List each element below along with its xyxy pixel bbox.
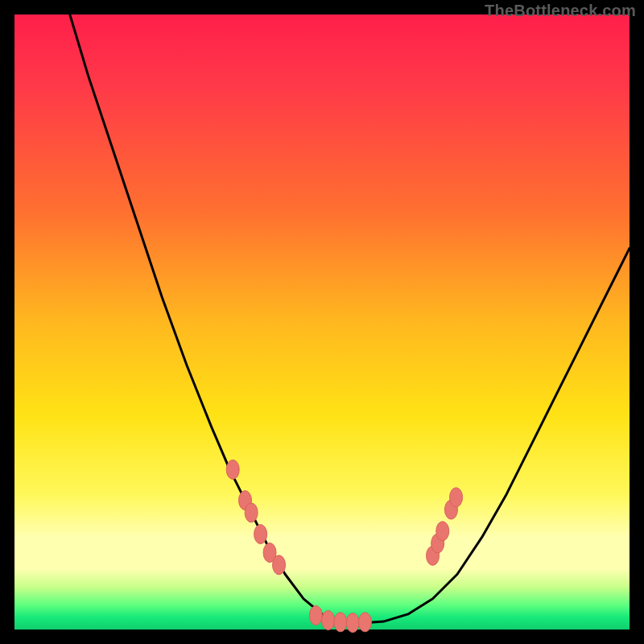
curve-marker <box>309 605 322 625</box>
curve-marker <box>273 555 286 575</box>
bottleneck-curve <box>70 14 630 623</box>
watermark-text: TheBottleneck.com <box>485 2 636 20</box>
curve-markers <box>226 460 462 632</box>
curve-marker <box>334 613 347 632</box>
plot-area <box>14 14 630 630</box>
curve-marker <box>245 503 258 522</box>
curve-marker <box>358 613 371 632</box>
curve-marker <box>322 611 335 630</box>
curve-marker <box>436 522 449 541</box>
curve-marker <box>346 613 359 633</box>
curve-marker <box>226 460 239 479</box>
curve-marker <box>450 488 463 507</box>
curve-marker <box>254 525 267 544</box>
chart-frame: TheBottleneck.com <box>0 0 644 644</box>
chart-svg <box>14 14 630 630</box>
